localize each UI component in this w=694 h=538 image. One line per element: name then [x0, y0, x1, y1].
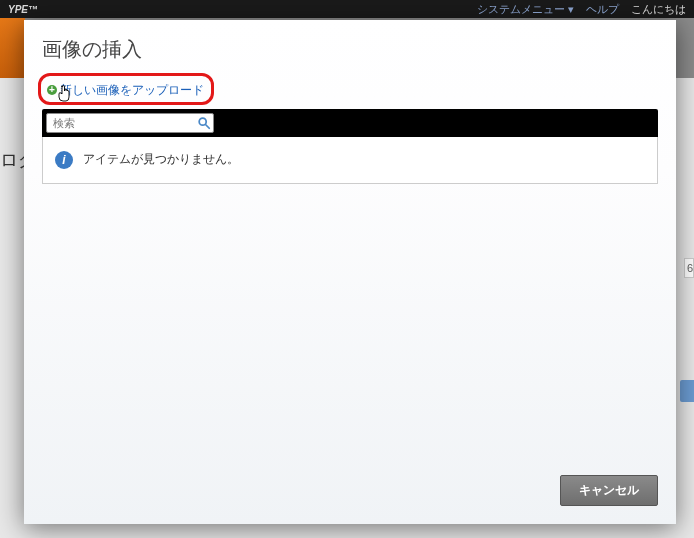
app-header: YPE™ システムメニュー ▾ ヘルプ こんにちは	[0, 0, 694, 18]
svg-line-1	[206, 124, 210, 128]
toolbar	[42, 109, 658, 137]
dialog-footer: キャンセル	[24, 463, 676, 524]
info-icon: i	[55, 151, 73, 169]
search-box[interactable]	[46, 113, 214, 133]
brand-logo: YPE™	[8, 4, 38, 15]
upload-link-label: 新しい画像をアップロード	[60, 82, 204, 99]
dialog-title: 画像の挿入	[24, 20, 676, 73]
greeting-text: こんにちは	[631, 2, 686, 17]
upload-new-image-link[interactable]: + 新しい画像をアップロード	[47, 82, 204, 99]
help-link[interactable]: ヘルプ	[586, 2, 619, 17]
search-input[interactable]	[53, 117, 197, 129]
cancel-button[interactable]: キャンセル	[560, 475, 658, 506]
orange-tab	[0, 18, 25, 78]
plus-icon: +	[47, 85, 57, 95]
bg-side-button[interactable]	[680, 380, 694, 402]
results-panel: i アイテムが見つかりません。	[42, 137, 658, 184]
bg-cell: 6	[684, 258, 694, 278]
empty-message: アイテムが見つかりません。	[83, 151, 239, 168]
upload-highlight: + 新しい画像をアップロード	[38, 73, 214, 105]
system-menu-link[interactable]: システムメニュー ▾	[477, 2, 574, 17]
search-icon[interactable]	[197, 116, 211, 130]
insert-image-dialog: 画像の挿入 + 新しい画像をアップロード i アイテムが見つかりません。 キャン…	[24, 20, 676, 524]
dialog-content: i アイテムが見つかりません。	[42, 109, 658, 464]
header-nav: システムメニュー ▾ ヘルプ こんにちは	[477, 2, 686, 17]
